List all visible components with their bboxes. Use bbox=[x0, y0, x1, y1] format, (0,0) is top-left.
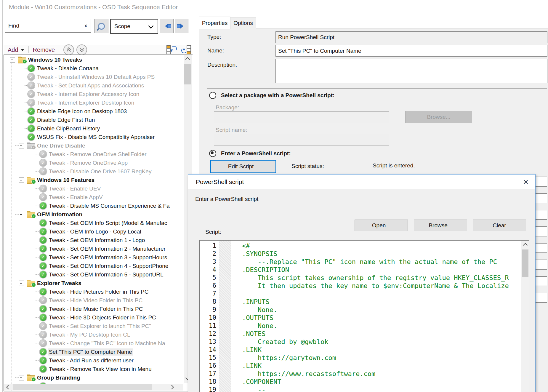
find-clear-icon[interactable]: x bbox=[85, 23, 87, 29]
tree-item-label: Tweak - Add Run as different user bbox=[49, 357, 134, 364]
tree-item-row[interactable]: ✓Tweak - My PC Desktop Icon CL bbox=[4, 330, 183, 339]
tree-item-label: Tweak - Set OEM Information 5 - SupportU… bbox=[49, 271, 164, 278]
script-vertical-scrollbar[interactable] bbox=[521, 241, 529, 392]
tree-horizontal-scrollbar[interactable] bbox=[4, 384, 183, 391]
tree-group-row[interactable]: ✓Explorer Tweaks bbox=[4, 279, 183, 287]
step-disabled-icon: ✓ bbox=[40, 331, 47, 338]
add-button[interactable]: Add bbox=[8, 47, 24, 53]
package-label: Package: bbox=[216, 104, 239, 111]
tab-options[interactable]: Options bbox=[230, 17, 256, 29]
tree-item-row[interactable]: ✓Tweak - Uninstall Windows 10 Default Ap… bbox=[4, 73, 183, 81]
tree-group-row[interactable]: ✓OEM Information bbox=[4, 210, 183, 219]
description-field[interactable] bbox=[275, 59, 547, 83]
scope-dropdown[interactable]: Scope bbox=[110, 19, 158, 34]
enter-script-radio[interactable]: Enter a PowerShell script: bbox=[209, 150, 291, 157]
tree-item-label: Disable Edge First Run bbox=[37, 117, 95, 123]
tree-item-row[interactable]: ✓Tweak - Change "This PC" icon to Machin… bbox=[4, 339, 183, 348]
tree-group-row[interactable]: ✓Windows 10 Features bbox=[4, 176, 183, 184]
scroll-up-icon[interactable] bbox=[523, 243, 528, 248]
type-field[interactable]: Run PowerShell Script bbox=[275, 31, 547, 43]
collapse-icon[interactable] bbox=[19, 375, 24, 380]
dialog-subtitle: Enter a PowerShell script bbox=[195, 196, 258, 202]
browse-button[interactable]: Browse... bbox=[414, 220, 467, 231]
line-number: 6 bbox=[200, 282, 216, 290]
tree-group-row[interactable]: ✓Windows 10 Tweaks bbox=[4, 55, 183, 64]
step-disabled-icon: ✓ bbox=[40, 323, 47, 329]
expand-all-button[interactable] bbox=[181, 45, 191, 55]
arrow-right-icon bbox=[177, 23, 186, 29]
tree-item-row[interactable]: ✓Tweak - Remove OneDrive App bbox=[4, 159, 183, 167]
tree-item-row[interactable]: ✓Tweak - OEM Info Logo - Copy Local bbox=[4, 227, 183, 236]
tree-item-row[interactable]: ✓WSUS Fix - Disable MS Compatiblity Appr… bbox=[4, 133, 183, 141]
edit-script-button[interactable]: Edit Script... bbox=[210, 160, 276, 173]
collapse-icon[interactable] bbox=[19, 177, 24, 183]
tree-item-row[interactable]: ✓Tweak - Hide Pictures Folder in This PC bbox=[4, 287, 183, 296]
tree-item-label: Tweak - Change "This PC" icon to Machine… bbox=[49, 340, 165, 347]
script-status-label: Script status: bbox=[291, 163, 324, 169]
tree-connector bbox=[15, 145, 19, 146]
tree-item-row[interactable]: ✓Tweak - Disable Cortana bbox=[4, 64, 183, 73]
tree-item-row[interactable]: ✓Tweak - Set OEM Information 2 - Manufac… bbox=[4, 244, 183, 253]
tree-item-row[interactable]: ✓Tweak - Internet Explorer Desktop Icon bbox=[4, 98, 183, 107]
tree-item-row[interactable]: ✓Tweak - Remove OneDrive ShellFolder bbox=[4, 150, 183, 159]
tree-item-row[interactable]: ✓Tweak - Add Run as different user bbox=[4, 356, 183, 365]
radio-selected-icon bbox=[209, 150, 216, 157]
tree-item-row[interactable]: ✓Tweak - Hide Video Folder in This PC bbox=[4, 296, 183, 305]
scroll-right-icon[interactable] bbox=[169, 385, 174, 390]
scroll-left-icon[interactable] bbox=[6, 385, 11, 390]
step-disabled-icon: ✓ bbox=[40, 159, 47, 166]
tree-item-row[interactable]: ✓Set "This PC" to Computer Name bbox=[4, 348, 183, 356]
tree-item-row[interactable]: ✓Tweak - Hide Music Folder in This PC bbox=[4, 305, 183, 313]
tree-item-row[interactable]: ✓Tweak - Remove Task View Icon in Menu bbox=[4, 365, 183, 373]
tree-item-row[interactable]: ✓Tweak - Set OEM Information 1 - Logo bbox=[4, 236, 183, 244]
remove-button[interactable]: Remove bbox=[33, 47, 55, 53]
script-line: 18.COMPONENT bbox=[200, 378, 520, 386]
tree-item-row[interactable]: ✓Enable ClipBoard History bbox=[4, 124, 183, 133]
scrollbar-thumb[interactable] bbox=[522, 249, 528, 277]
tree-item-row[interactable]: ✓Tweak - Disable MS Consumer Experience … bbox=[4, 201, 183, 210]
tree-item-label: Tweak - OEM Info Logo - Copy Local bbox=[49, 228, 141, 235]
tree-item-row[interactable]: ✓Disable Edge First Run bbox=[4, 116, 183, 124]
tree-item-row[interactable]: ✓Tweak - Set Default Apps and Associatio… bbox=[4, 81, 183, 90]
scrollbar-thumb[interactable] bbox=[184, 64, 191, 84]
select-package-radio[interactable]: Select a package with a PowerShell scrip… bbox=[209, 92, 334, 99]
tree-item-row[interactable]: ✓Tweak - Enable UEV bbox=[4, 184, 183, 193]
find-next-button[interactable] bbox=[175, 19, 188, 33]
tree-item-row[interactable]: ✓Tweak - Set OEM Info Script (Model & Ma… bbox=[4, 219, 183, 227]
tree-item-label: Tweak - Disable Cortana bbox=[37, 65, 99, 72]
collapse-all-button[interactable] bbox=[166, 45, 177, 55]
find-previous-button[interactable] bbox=[160, 19, 174, 33]
open-button[interactable]: Open... bbox=[355, 220, 408, 231]
search-button[interactable] bbox=[94, 19, 108, 33]
name-field[interactable]: Set "This PC" to Computer Name bbox=[275, 45, 547, 57]
tree-item-label: Tweak - Set OEM Info Script (Model & Man… bbox=[49, 220, 167, 226]
step-disabled-icon: ✓ bbox=[40, 168, 47, 175]
script-editor[interactable]: 1<#2.SYNOPSIS3 --.Replace "This PC" icon… bbox=[199, 240, 529, 392]
close-icon[interactable]: × bbox=[519, 176, 532, 188]
scrollbar-thumb[interactable] bbox=[13, 384, 152, 390]
tab-properties[interactable]: Properties bbox=[199, 17, 230, 29]
tree-item-row[interactable]: ✓Tweak - Hide 3D Objects Folder in This … bbox=[4, 313, 183, 322]
tree-item-row[interactable]: ✓Tweak - Set OEM Information 4 - Support… bbox=[4, 262, 183, 270]
tree-item-row[interactable]: ✓Tweak - Set Explorer to launch "This PC… bbox=[4, 322, 183, 330]
tree-item-label: Tweak - Set OEM Information 2 - Manufact… bbox=[49, 246, 166, 252]
tree-group-row[interactable]: ✓Group Branding bbox=[4, 373, 183, 382]
tree-item-row[interactable]: ✓Tweak - Enable AppV bbox=[4, 193, 183, 201]
tree-item-row[interactable]: ✓Tweak - Disable One Drive 1607 RegKey bbox=[4, 167, 183, 176]
tree-item-row[interactable]: ✓Disable Edge Icon on Desktop 1803 bbox=[4, 107, 183, 116]
tree-item-row[interactable]: ✓Tweak - Set OEM Information 3 - Support… bbox=[4, 253, 183, 262]
move-up-button[interactable] bbox=[63, 44, 74, 55]
tree-group-row[interactable]: ✓One Drive Disable bbox=[4, 141, 183, 150]
tree-item-row[interactable]: ✓Tweak - Internet Explorer Accessory Ico… bbox=[4, 90, 183, 98]
move-down-button[interactable] bbox=[76, 44, 87, 55]
collapse-icon[interactable] bbox=[19, 281, 24, 286]
tree-item-row[interactable]: ✓Tweak - Set OEM Information 5 - Support… bbox=[4, 270, 183, 279]
collapse-icon[interactable] bbox=[19, 212, 24, 217]
script-line: 14.LINK bbox=[200, 346, 520, 354]
clear-button[interactable]: Clear bbox=[473, 220, 526, 231]
find-input[interactable]: Find x bbox=[5, 19, 91, 33]
dialog-titlebar[interactable]: PowerShell script × bbox=[188, 175, 535, 189]
collapse-icon[interactable] bbox=[10, 57, 15, 63]
scroll-up-icon[interactable] bbox=[185, 57, 190, 62]
collapse-icon[interactable] bbox=[19, 143, 24, 148]
